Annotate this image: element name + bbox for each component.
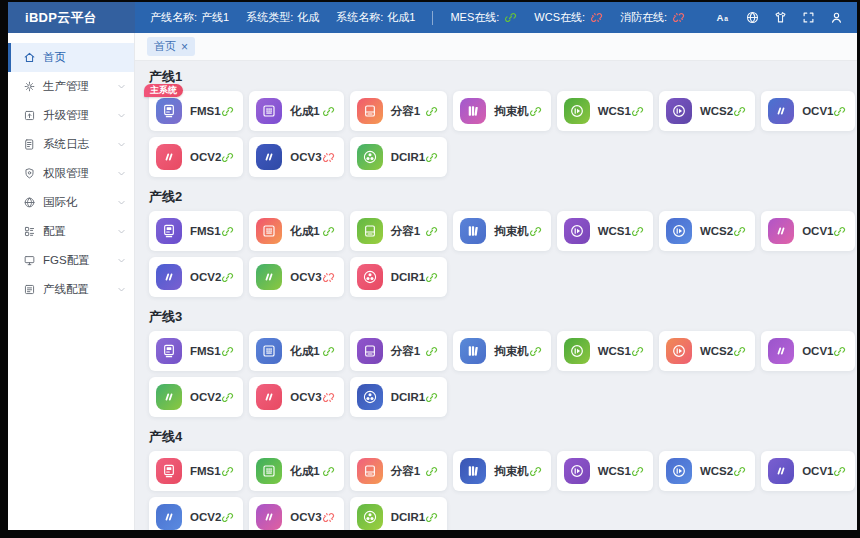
link-online-icon[interactable] (322, 225, 335, 238)
link-online-icon[interactable] (322, 105, 335, 118)
system-card[interactable]: 主系统 FMS1 (149, 91, 243, 131)
link-online-icon[interactable] (221, 511, 234, 524)
sidebar-item-config[interactable]: 配置 (8, 217, 134, 246)
system-card[interactable]: 分容1 (350, 451, 448, 491)
system-card[interactable]: 拘束机 (453, 451, 551, 491)
close-icon[interactable]: × (181, 41, 188, 53)
sidebar-item-fgs[interactable]: FGS配置 (8, 246, 134, 275)
system-card[interactable]: FMS1 (149, 451, 243, 491)
link-online-icon[interactable] (322, 465, 335, 478)
system-card[interactable]: WCS2 (659, 451, 755, 491)
link-online-icon[interactable] (425, 391, 438, 404)
system-card[interactable]: OCV3 (249, 377, 343, 417)
system-card[interactable]: 拘束机 (453, 331, 551, 371)
sidebar-item-line-config[interactable]: 产线配置 (8, 275, 134, 304)
sidebar-item-production[interactable]: 生产管理 (8, 72, 134, 101)
link-online-icon[interactable] (833, 465, 846, 478)
tab-home[interactable]: 首页× (147, 37, 195, 55)
sidebar-item-permission[interactable]: 权限管理 (8, 159, 134, 188)
link-online-icon[interactable] (221, 105, 234, 118)
ocv-system-icon (768, 218, 794, 244)
system-card[interactable]: WCS1 (557, 331, 653, 371)
system-card[interactable]: OCV2 (149, 497, 243, 530)
link-online-icon[interactable] (221, 345, 234, 358)
link-online-icon[interactable] (322, 345, 335, 358)
system-card[interactable]: DCIR1 (350, 497, 448, 530)
link-online-icon[interactable] (733, 225, 746, 238)
system-card[interactable]: 分容1 (350, 331, 448, 371)
system-card[interactable]: OCV2 (149, 137, 243, 177)
system-card[interactable]: OCV3 (249, 497, 343, 530)
link-online-icon[interactable] (529, 345, 542, 358)
link-broken-icon[interactable] (322, 151, 335, 164)
link-online-icon[interactable] (833, 225, 846, 238)
system-card[interactable]: 分容1 (350, 91, 448, 131)
link-online-icon[interactable] (425, 465, 438, 478)
system-card[interactable]: WCS1 (557, 91, 653, 131)
system-card[interactable]: FMS1 (149, 211, 243, 251)
sidebar-item-home[interactable]: 首页 (8, 43, 134, 72)
system-card[interactable]: 拘束机 (453, 91, 551, 131)
link-online-icon[interactable] (425, 151, 438, 164)
link-online-icon[interactable] (529, 465, 542, 478)
link-online-icon[interactable] (221, 391, 234, 404)
system-card[interactable]: OCV1 (761, 331, 855, 371)
link-online-icon[interactable] (425, 511, 438, 524)
ocv-system-icon (156, 504, 182, 530)
system-card[interactable]: OCV3 (249, 257, 343, 297)
system-card[interactable]: 化成1 (249, 91, 343, 131)
link-broken-icon[interactable] (322, 391, 335, 404)
link-online-icon[interactable] (733, 465, 746, 478)
link-broken-icon[interactable] (322, 511, 335, 524)
link-online-icon[interactable] (631, 345, 644, 358)
user-icon[interactable] (829, 10, 844, 25)
system-card[interactable]: 化成1 (249, 211, 343, 251)
system-card[interactable]: OCV1 (761, 91, 855, 131)
link-online-icon[interactable] (221, 225, 234, 238)
link-online-icon[interactable] (833, 105, 846, 118)
sidebar-item-logs[interactable]: 系统日志 (8, 130, 134, 159)
system-card[interactable]: 化成1 (249, 451, 343, 491)
system-card[interactable]: OCV2 (149, 257, 243, 297)
link-online-icon[interactable] (529, 105, 542, 118)
link-online-icon[interactable] (733, 345, 746, 358)
system-card[interactable]: WCS1 (557, 451, 653, 491)
sidebar-item-globe[interactable]: 国际化 (8, 188, 134, 217)
link-online-icon[interactable] (221, 465, 234, 478)
link-online-icon[interactable] (425, 271, 438, 284)
link-online-icon[interactable] (631, 225, 644, 238)
system-card[interactable]: OCV1 (761, 211, 855, 251)
system-card[interactable]: WCS1 (557, 211, 653, 251)
system-card[interactable]: DCIR1 (350, 257, 448, 297)
system-card[interactable]: DCIR1 (350, 137, 448, 177)
sidebar-item-upgrade[interactable]: 升级管理 (8, 101, 134, 130)
system-card[interactable]: DCIR1 (350, 377, 448, 417)
section-title: 产线1 (149, 69, 843, 84)
theme-icon[interactable] (773, 10, 788, 25)
system-card[interactable]: OCV1 (761, 451, 855, 491)
link-online-icon[interactable] (425, 345, 438, 358)
system-card[interactable]: WCS2 (659, 211, 755, 251)
link-online-icon[interactable] (733, 105, 746, 118)
fullscreen-icon[interactable] (801, 10, 816, 25)
link-broken-icon[interactable] (322, 271, 335, 284)
system-card[interactable]: OCV2 (149, 377, 243, 417)
system-card[interactable]: 化成1 (249, 331, 343, 371)
link-online-icon[interactable] (631, 105, 644, 118)
system-card[interactable]: WCS2 (659, 331, 755, 371)
link-online-icon[interactable] (221, 151, 234, 164)
link-online-icon[interactable] (631, 465, 644, 478)
link-online-icon[interactable] (425, 105, 438, 118)
system-card[interactable]: WCS2 (659, 91, 755, 131)
link-online-icon[interactable] (221, 271, 234, 284)
system-card[interactable]: 分容1 (350, 211, 448, 251)
header-info-item: 系统名称:化成1 (336, 10, 415, 25)
language-icon[interactable] (745, 10, 760, 25)
link-online-icon[interactable] (833, 345, 846, 358)
link-online-icon[interactable] (529, 225, 542, 238)
system-card[interactable]: FMS1 (149, 331, 243, 371)
font-size-icon[interactable]: Aa (715, 9, 732, 26)
system-card[interactable]: OCV3 (249, 137, 343, 177)
link-online-icon[interactable] (425, 225, 438, 238)
system-card[interactable]: 拘束机 (453, 211, 551, 251)
